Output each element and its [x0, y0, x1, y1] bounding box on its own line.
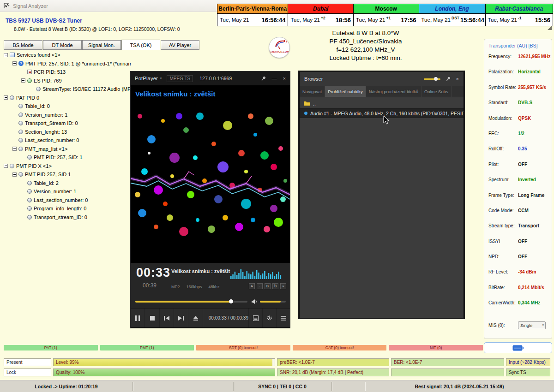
browser-tab[interactable]: Navigovat — [300, 86, 325, 97]
speaker-icon[interactable] — [251, 299, 258, 304]
transponder-row: Symbol Rate: 255,957 KS/s — [488, 85, 548, 100]
tree-item[interactable]: PAT PID 0 — [2, 94, 131, 102]
next-button[interactable] — [174, 309, 188, 327]
player-small-button[interactable]: · — [257, 283, 263, 289]
tree-expander-icon[interactable] — [4, 95, 8, 100]
tree-item[interactable]: PCR PID: 513 — [2, 68, 131, 77]
potplayer-title[interactable]: PotPlayer — [135, 76, 158, 81]
tree-item-label: PMT PID: 257, SID: 1 — [34, 154, 83, 160]
psi-status-segment: CAT (0) timeout! — [293, 345, 387, 350]
tree-expander-icon[interactable] — [21, 78, 25, 83]
tree-item[interactable]: Program_info_length: 0 — [2, 204, 131, 213]
transponder-row-value: 0,214 Mbit/s — [518, 285, 544, 290]
seek-bar[interactable] — [135, 301, 247, 303]
close-icon[interactable]: × — [283, 76, 286, 81]
clock-date: Tue, May 21 — [356, 17, 385, 23]
statusbar-sync-counters: SYNC 0 | TEI 0 | CC 0 — [233, 380, 331, 392]
player-small-button[interactable]: ↻ — [272, 283, 278, 289]
tree-item[interactable]: Transport_Stream ID: 0 — [2, 119, 131, 128]
gear-icon[interactable] — [262, 309, 276, 327]
browser-titlebar[interactable]: Browser × — [300, 72, 464, 86]
transponder-row-value: CCM — [518, 208, 529, 213]
transponder-row-value: 1/2 — [518, 131, 524, 136]
clock-city-column: Berlin-Paris-Vienna-Roma Tue, May 21 16:… — [217, 4, 288, 26]
close-icon[interactable]: × — [456, 76, 459, 82]
pin-icon[interactable] — [261, 76, 266, 81]
tree-item[interactable]: PMT PID: 257, SID: 1 — [2, 153, 131, 162]
tree-item[interactable]: PMT PID 257, SID 1 — [2, 170, 131, 179]
mis-selected-value: Single — [520, 323, 532, 328]
playlist-icon[interactable] — [248, 309, 262, 327]
mode-tab[interactable]: TSA (OK) — [121, 40, 160, 50]
transponder-row: FEC: 1/2 — [488, 131, 548, 146]
codec-name: MP2 — [171, 285, 180, 289]
tree-item[interactable]: StreamType: ISO/IEC 11172 Audio (MPEG-1)… — [2, 85, 131, 94]
mode-tab[interactable]: DT Mode — [43, 40, 82, 50]
seek-bar-fill — [135, 301, 231, 303]
tree-item[interactable]: Transport_stream_ID: 0 — [2, 213, 131, 222]
tree-item-label: PMT PID: 257, SID: 1 @ *unnamed-1* (*unn… — [25, 61, 131, 66]
transponder-row-label: Frequency: — [488, 54, 518, 59]
volume-bar[interactable] — [260, 301, 286, 303]
mode-tab[interactable]: Signal Mon. — [82, 40, 121, 50]
transponder-row: Standard: DVB-S — [488, 100, 548, 115]
statusbar: Locked -> Uptime: 01:20:19 SYNC 0 | TEI … — [0, 380, 554, 392]
transponder-row-label: Symbol Rate: — [488, 85, 518, 90]
pause-button[interactable] — [131, 309, 145, 327]
clock-time-row: Tue, May 21 +1 17:56 — [354, 14, 419, 26]
tree-item[interactable]: ES PID: 769 — [2, 77, 131, 85]
parent-folder-row[interactable]: .. — [300, 99, 464, 108]
browser-tab[interactable]: Online Subs — [422, 86, 452, 97]
minimize-icon[interactable]: — — [272, 76, 277, 81]
mode-tab[interactable]: BS Mode — [4, 40, 42, 50]
video-area[interactable] — [131, 102, 290, 238]
clock-city-name: Moscow — [354, 4, 419, 14]
potplayer-titlebar[interactable]: PotPlayer ▾ MPEG TS 127.0.0.1:6969 — × — [131, 71, 290, 85]
opacity-slider[interactable] — [424, 78, 440, 80]
player-small-button[interactable]: × — [280, 283, 286, 289]
tree-expander-icon[interactable] — [4, 53, 8, 57]
tree-item[interactable]: Services found <1> — [2, 51, 131, 59]
eject-button[interactable] — [188, 309, 203, 327]
browser-tab[interactable]: Nástroj procházení titulků — [366, 86, 422, 97]
tree-item[interactable]: PMT PID: 257, SID: 1 @ *unnamed-1* (*unn… — [2, 59, 131, 68]
tree-node-icon — [18, 172, 23, 177]
audio-track-row[interactable]: Audio #1 - MPEG Audio, 48.0 kHz, 2 Ch, 1… — [300, 108, 464, 118]
tree-item-label: PMT_map_list <1> — [25, 146, 67, 152]
stop-button[interactable] — [145, 309, 159, 327]
browser-tab[interactable]: Prohlížeč nabídky — [325, 86, 366, 97]
tree-expander-icon[interactable] — [12, 61, 17, 65]
mode-tab[interactable]: AV Player — [161, 40, 199, 50]
clock-time-row: Tue, May 21 +2 18:56 — [288, 14, 353, 26]
tree-item[interactable]: Version_number: 1 — [2, 111, 131, 119]
menu-icon[interactable] — [276, 309, 290, 327]
opacity-slider-handle[interactable] — [434, 77, 438, 81]
tree-item[interactable]: Last_section_number: 0 — [2, 196, 131, 205]
time-display: 00:00:33 / 00:00:39 — [209, 309, 248, 327]
pin-icon[interactable] — [446, 77, 451, 82]
transponder-row-label: Pilot: — [488, 162, 518, 167]
lock-indicator: Lock — [4, 368, 51, 376]
player-small-button[interactable]: A — [249, 283, 255, 289]
tree-item-label: Table_Id: 0 — [25, 103, 50, 109]
transponder-row-label: ISSYI — [488, 239, 518, 244]
tree-expander-icon[interactable] — [12, 147, 17, 151]
tree-item[interactable]: Section_lenght: 13 — [2, 128, 131, 137]
tree-expander-icon[interactable] — [4, 164, 8, 168]
mis-select[interactable]: Single ▾ — [518, 321, 546, 329]
tree-expander-icon[interactable] — [12, 172, 17, 177]
tree-item[interactable]: Table_Id: 2 — [2, 179, 131, 188]
tree-node-icon — [18, 147, 23, 151]
previous-button[interactable] — [160, 309, 174, 327]
transponder-row-value: 12621,955 MHz — [518, 54, 551, 59]
seek-bar-handle[interactable] — [229, 299, 233, 303]
chevron-down-icon[interactable]: ▾ — [160, 77, 162, 80]
transponder-row-value: DVB-S — [518, 100, 532, 105]
tree-item[interactable]: Table_Id: 0 — [2, 102, 131, 111]
tree-item[interactable]: PMT PID X <1> — [2, 162, 131, 171]
player-small-button[interactable]: B — [265, 283, 271, 289]
tree-item[interactable]: Last_section_number: 0 — [2, 136, 131, 145]
tree-item[interactable]: PMT_map_list <1> — [2, 145, 131, 154]
codec-bitrate: 160kbps — [187, 285, 202, 289]
tree-item[interactable]: Version_number: 1 — [2, 187, 131, 196]
